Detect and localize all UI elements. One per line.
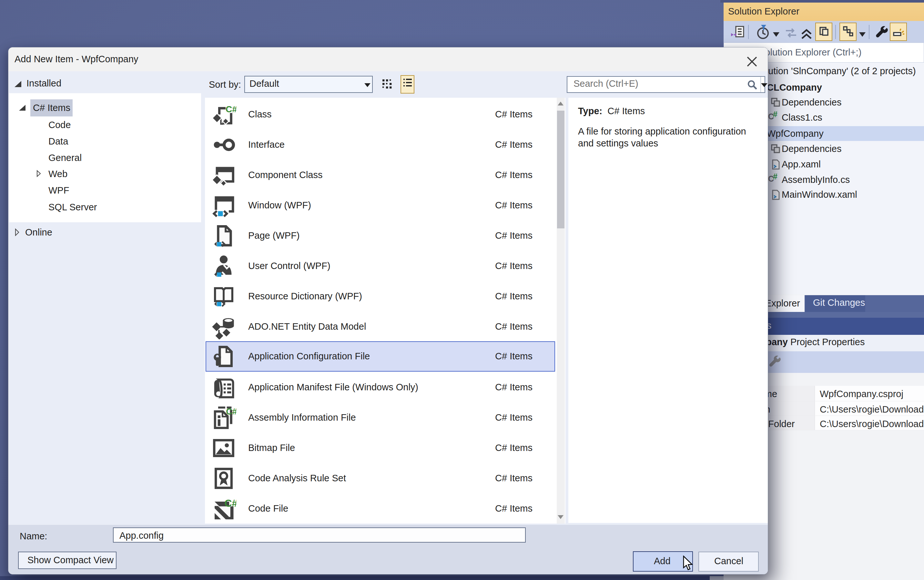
svg-text:C#: C# xyxy=(226,407,236,417)
svg-text:C#: C# xyxy=(226,104,236,114)
svg-text:C#: C# xyxy=(224,498,236,509)
